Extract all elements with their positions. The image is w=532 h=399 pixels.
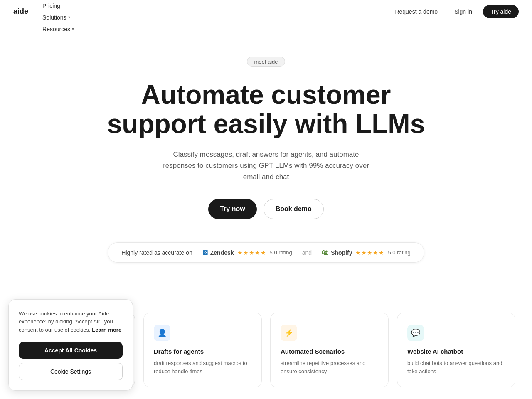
nav-item-resources[interactable]: Resources▾ <box>38 23 78 35</box>
nav-left: aide Product▾PricingSolutions▾Resources▾ <box>13 0 78 35</box>
nav-links: Product▾PricingSolutions▾Resources▾ <box>38 0 78 35</box>
sign-in-button[interactable]: Sign in <box>448 6 478 17</box>
feature-title-3: Website AI chatbot <box>407 348 505 355</box>
shopify-icon: 🛍 <box>322 249 328 256</box>
shopify-score: 5.0 rating <box>388 249 410 256</box>
feature-card-3: 💬 Website AI chatbot build chat bots to … <box>397 313 515 387</box>
zendesk-label: Zendesk <box>210 249 234 256</box>
rating-and: and <box>302 249 312 256</box>
feature-desc-3: build chat bots to answer questions and … <box>407 359 505 375</box>
shopify-logo: 🛍 Shopify <box>322 249 352 256</box>
feature-title-2: Automated Scenarios <box>281 348 378 355</box>
rating-bar: Highly rated as accurate on ⊠ Zendesk ★★… <box>108 242 424 263</box>
feature-card-2: ⚡ Automated Scenarios streamline repetit… <box>270 313 389 387</box>
cookie-banner: We use cookies to enhance your Aide expe… <box>8 299 133 391</box>
request-demo-button[interactable]: Request a demo <box>389 6 443 17</box>
try-aide-button[interactable]: Try aide <box>483 5 519 18</box>
shopify-stars: ★★★★★ <box>355 249 384 256</box>
zendesk-logo: ⊠ Zendesk <box>202 249 234 256</box>
nav-right: Request a demo Sign in Try aide <box>389 5 519 18</box>
nav-item-label: Solutions <box>42 14 66 21</box>
zendesk-score: 5.0 rating <box>270 249 292 256</box>
hero-section: meet aide Automate customer support easi… <box>0 23 532 288</box>
rating-intro-text: Highly rated as accurate on <box>121 249 192 256</box>
nav-item-pricing[interactable]: Pricing <box>38 0 78 12</box>
feature-icon-3: 💬 <box>407 325 424 341</box>
zendesk-rating: ⊠ Zendesk ★★★★★ 5.0 rating <box>202 249 292 256</box>
cookie-learn-more-link[interactable]: Learn more <box>92 327 121 333</box>
book-demo-button[interactable]: Book demo <box>264 199 324 219</box>
feature-card-1: 👤 Drafts for agents draft responses and … <box>143 313 262 387</box>
accept-cookies-button[interactable]: Accept All Cookies <box>19 342 123 359</box>
try-now-button[interactable]: Try now <box>208 199 256 219</box>
zendesk-icon: ⊠ <box>202 249 208 256</box>
navbar: aide Product▾PricingSolutions▾Resources▾… <box>0 0 532 23</box>
hero-cta-group: Try now Book demo <box>208 199 324 219</box>
nav-item-solutions[interactable]: Solutions▾ <box>38 12 78 23</box>
feature-desc-1: draft responses and suggest macros to re… <box>154 359 251 375</box>
chevron-down-icon: ▾ <box>72 27 74 31</box>
chevron-down-icon: ▾ <box>68 15 70 20</box>
cookie-settings-button[interactable]: Cookie Settings <box>19 363 123 380</box>
feature-icon-1: 👤 <box>154 325 170 341</box>
nav-item-label: Pricing <box>42 2 60 9</box>
feature-icon-2: ⚡ <box>281 325 297 341</box>
feature-title-1: Drafts for agents <box>154 348 251 355</box>
cookie-text: We use cookies to enhance your Aide expe… <box>19 310 123 334</box>
shopify-rating: 🛍 Shopify ★★★★★ 5.0 rating <box>322 249 411 256</box>
nav-item-label: Resources <box>42 26 70 32</box>
hero-badge: meet aide <box>247 57 285 67</box>
feature-desc-2: streamline repetitive processes and ensu… <box>281 359 378 375</box>
hero-subtitle: Classify messages, draft answers for age… <box>158 149 374 183</box>
hero-title: Automate customer support easily with LL… <box>96 80 436 139</box>
shopify-label: Shopify <box>331 249 352 256</box>
nav-logo[interactable]: aide <box>13 7 28 16</box>
zendesk-stars: ★★★★★ <box>237 249 266 256</box>
